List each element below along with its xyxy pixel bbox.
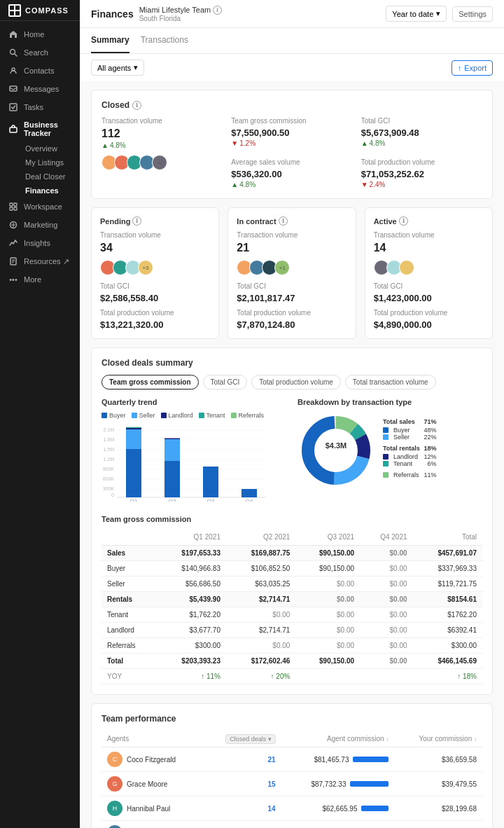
table-cell: $5,439.90 — [157, 592, 226, 607]
sidebar-item-tasks[interactable]: Tasks — [0, 98, 80, 116]
closed-tgc-value: $7,550,900.50 — [231, 127, 352, 138]
date-filter-select[interactable]: Year to date ▾ — [386, 6, 447, 22]
sidebar-item-messages[interactable]: Messages — [0, 80, 80, 98]
table-cell: $2,714.71 — [226, 592, 295, 607]
table-cell: ↑ 20% — [226, 669, 295, 684]
my-listings-label: My Listings — [25, 158, 64, 167]
team-name: Miami Lifestyle Team ℹ — [139, 6, 223, 15]
your-commission-cell: $28,199.68 — [394, 796, 482, 821]
pending-info-icon[interactable]: ℹ — [132, 216, 141, 226]
sidebar-item-marketing[interactable]: Marketing — [0, 216, 80, 234]
q1-landlord-bar — [126, 428, 141, 429]
sort-icon-your-comm: ↕ — [474, 736, 477, 743]
agent-name-cell: H Hannibal Paul — [102, 796, 203, 821]
table-cell: $0.00 — [295, 577, 360, 592]
export-button[interactable]: ↑ Export — [451, 60, 493, 76]
svg-rect-8 — [10, 127, 17, 132]
active-info-icon[interactable]: ℹ — [399, 216, 408, 226]
table-row: Total$203,393.23$172,602.46$90,150.00$0.… — [102, 654, 482, 669]
sidebar-item-business-tracker[interactable]: Business Tracker — [0, 116, 80, 142]
overview-label: Overview — [25, 144, 57, 153]
table-row: Seller$56,686.50$63,035.25$0.00$0.00$119… — [102, 577, 482, 592]
agent-commission-cell: $81,465.73 — [281, 747, 395, 772]
table-cell: $0.00 — [226, 638, 295, 654]
svg-text:Q4: Q4 — [246, 498, 253, 502]
team-info-icon[interactable]: ℹ — [213, 6, 222, 15]
agent-filter[interactable]: All agents ▾ — [91, 60, 144, 76]
sidebar-item-contacts[interactable]: Contacts — [0, 62, 80, 80]
sidebar-item-workspace[interactable]: Workspace — [0, 198, 80, 216]
table-row: G Grace Moore 15 $87,732.33 $39,479.55 — [102, 772, 482, 796]
pending-prod-value: $13,221,320.00 — [100, 319, 210, 330]
col-agents: Agents — [102, 731, 203, 747]
donut-legend: Total sales 71% Buyer 48% — [383, 418, 437, 483]
messages-icon — [8, 84, 18, 94]
sidebar-item-overview[interactable]: Overview — [17, 142, 80, 156]
row-label: Rentals — [102, 592, 157, 607]
summary-tab-total-transaction[interactable]: Total transaction volume — [345, 375, 436, 389]
table-cell: $457,691.07 — [413, 546, 482, 561]
active-gci-value: $1,423,000.00 — [374, 293, 484, 303]
summary-tab-total-production[interactable]: Total production volume — [251, 375, 341, 389]
donut-referrals-item: Referrals 11% — [383, 471, 437, 478]
settings-button[interactable]: Settings — [452, 6, 493, 22]
donut-container: $4.3M Total sales 71% — [298, 412, 482, 489]
in-contract-gci-label: Total GCI — [237, 282, 346, 290]
q2-landlord-bar — [164, 439, 180, 440]
finances-label: Finances — [25, 186, 59, 195]
closed-tp-label: Total production volume — [361, 158, 482, 166]
sidebar-item-finances[interactable]: Finances — [17, 184, 80, 198]
in-contract-info-icon[interactable]: ℹ — [279, 216, 288, 226]
more-label: More — [24, 275, 41, 284]
svg-rect-10 — [14, 203, 17, 206]
table-cell: $0.00 — [360, 546, 412, 561]
sidebar-item-resources[interactable]: Resources ↗ — [0, 252, 80, 270]
donut-buyer-item: Buyer 48% — [383, 427, 437, 434]
avatar-count: +1 — [274, 260, 290, 275]
svg-text:1.5M: 1.5M — [103, 447, 114, 452]
header-team-info: Miami Lifestyle Team ℹ South Florida — [139, 6, 223, 22]
agent-name-cell: L Larry Knight — [102, 821, 203, 829]
svg-text:300K: 300K — [103, 486, 115, 491]
closed-deals-summary-title: Closed deals summary — [102, 358, 482, 368]
header-right: Year to date ▾ Settings — [386, 6, 493, 22]
closed-tgc-yoy: ▼ 1.2% — [231, 139, 352, 147]
closed-count: 14 — [268, 805, 276, 813]
summary-tab-team-gross[interactable]: Team gross commission — [102, 375, 199, 389]
svg-text:900K: 900K — [103, 467, 115, 471]
tenant-legend-dot — [199, 413, 204, 418]
sort-icon-agent-comm: ↕ — [386, 736, 388, 743]
closed-deals-cell: 12 — [203, 821, 281, 829]
donut-referrals-dot — [383, 472, 388, 478]
table-cell: $300.00 — [157, 638, 226, 654]
sidebar-item-deal-closer[interactable]: Deal Closer — [17, 170, 80, 184]
closed-info-icon[interactable]: ℹ — [132, 101, 141, 110]
active-tv-value: 14 — [374, 242, 484, 254]
closed-total-prod: Total production volume $71,053,252.62 ▼… — [361, 158, 482, 188]
arrow-up-icon3: ▲ — [361, 139, 368, 147]
seller-legend-dot — [132, 413, 137, 418]
svg-text:2.1M: 2.1M — [103, 427, 114, 432]
closed-deals-badge: Closed deals ▾ — [225, 734, 276, 744]
tab-summary[interactable]: Summary — [91, 28, 130, 53]
sidebar-item-insights[interactable]: Insights — [0, 234, 80, 252]
summary-tab-total-gci[interactable]: Total GCI — [203, 375, 248, 389]
sidebar-item-search[interactable]: Search — [0, 43, 80, 62]
team-sub: South Florida — [139, 15, 223, 22]
donut-buyer-dot — [383, 427, 388, 433]
sidebar-item-home[interactable]: Home — [0, 25, 80, 43]
row-label: YOY — [102, 669, 157, 684]
closed-avg-sales: Average sales volume $536,320.00 ▲ 4.8% — [231, 158, 352, 188]
closed-team-gross: Team gross commission $7,550,900.50 ▼ 1.… — [231, 117, 352, 188]
date-filter-label: Year to date — [392, 10, 433, 18]
sidebar-item-more[interactable]: ••• More — [0, 270, 80, 289]
content-area: Closed ℹ Transaction volume 112 ▲ 4.8% — [80, 81, 504, 828]
tab-transactions[interactable]: Transactions — [141, 28, 188, 53]
svg-rect-9 — [10, 203, 13, 206]
table-row: Referrals$300.00$0.00$0.00$0.00$300.00 — [102, 638, 482, 654]
arrow-down-icon: ▼ — [231, 139, 238, 147]
sidebar-item-my-listings[interactable]: My Listings — [17, 156, 80, 170]
table-row: C Coco Fitzgerald 21 $81,465.73 $36,659.… — [102, 747, 482, 772]
commission-table-header: Q1 2021 Q2 2021 Q3 2021 Q4 2021 Total — [102, 529, 482, 546]
team-performance-card: Team performance Agents Closed deals ▾ A… — [91, 703, 493, 828]
